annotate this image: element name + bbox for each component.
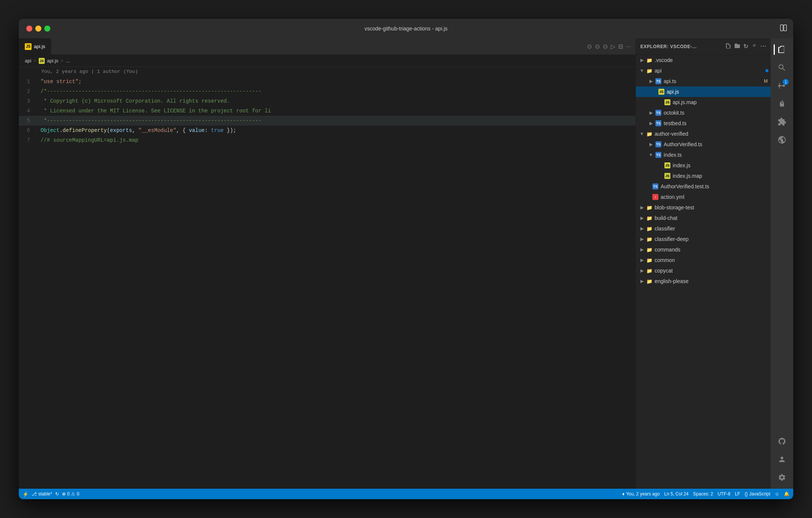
sync-icon[interactable]: ⊙ xyxy=(603,43,608,50)
status-notifications[interactable]: 🔔 xyxy=(784,491,789,497)
expand-ts-icon: ▶ xyxy=(648,79,654,84)
tab-bar: JS api.js ⊙ ⊙ ⊙ ▷ ⊟ ··· xyxy=(19,38,635,55)
activity-search[interactable] xyxy=(774,59,790,76)
sidebar-header-actions: ↻ ··· xyxy=(725,43,766,50)
go-forward-icon[interactable]: ⊙ xyxy=(595,43,600,50)
chevron-down-icon: ▼ xyxy=(639,68,645,73)
tree-item-classifier-deep[interactable]: ▶ 📁 classifier-deep xyxy=(636,234,771,244)
status-spaces[interactable]: Spaces: 2 xyxy=(693,491,713,497)
tab-api-js[interactable]: JS api.js xyxy=(19,38,51,55)
activity-source-control[interactable]: 1 xyxy=(774,77,790,94)
chevron-right-icon: ▶ xyxy=(639,205,645,210)
tree-item-index-js[interactable]: ▶ JS index.js xyxy=(636,160,771,171)
tree-item-testbed[interactable]: ▶ TS testbed.ts xyxy=(636,118,771,129)
code-editor[interactable]: You, 2 years ago | 1 author (You) 1 "use… xyxy=(19,67,635,489)
tree-item-api-ts[interactable]: ▶ TS api.ts M xyxy=(636,76,771,86)
activity-explorer[interactable] xyxy=(774,41,790,58)
new-file-icon[interactable] xyxy=(725,43,731,50)
split-editor-icon[interactable]: ⊟ xyxy=(618,43,623,50)
more-sidebar-icon[interactable]: ··· xyxy=(761,43,766,50)
status-line-col[interactable]: Ln 5, Col 24 xyxy=(664,491,689,497)
sidebar: EXPLORER: VSCODE-... ↻ ··· xyxy=(635,38,771,489)
status-bar: ⚡ ⎇ stable* ↻ ⊗ 0 ⚠ 0 ♦ You, 2 years ago xyxy=(19,489,793,499)
js-file-icon: JS xyxy=(664,162,670,168)
tree-item-build-chat[interactable]: ▶ 📁 build-chat xyxy=(636,213,771,223)
activity-account[interactable] xyxy=(774,451,790,468)
tree-item-vscode[interactable]: ▶ 📁 .vscode xyxy=(636,55,771,65)
tree-item-api-js-map[interactable]: ▶ JS api.js.map xyxy=(636,97,771,108)
new-folder-icon[interactable] xyxy=(734,43,740,50)
ts-file-icon: TS xyxy=(655,110,661,116)
breadcrumb-more[interactable]: ... xyxy=(66,58,70,64)
code-line: 2 /*------------------------------------… xyxy=(19,86,635,96)
tree-item-blob-storage[interactable]: ▶ 📁 blob-storage-test xyxy=(636,202,771,213)
tree-item-classifier[interactable]: ▶ 📁 classifier xyxy=(636,223,771,234)
chevron-down-icon: ▼ xyxy=(648,152,654,158)
ts-file-icon: TS xyxy=(655,78,661,84)
code-line: 3 * Copyright (c) Microsoft Corporation.… xyxy=(19,96,635,106)
editor-actions: ⊙ ⊙ ⊙ ▷ ⊟ ··· xyxy=(587,38,635,55)
activity-remote[interactable] xyxy=(774,132,790,148)
tree-item-index-ts[interactable]: ▼ TS index.ts xyxy=(636,150,771,160)
breadcrumb-api[interactable]: api xyxy=(25,58,31,64)
ts-file-icon: TS xyxy=(655,141,661,147)
status-sync[interactable]: ↻ xyxy=(55,491,59,497)
code-line: 6 Object.defineProperty(exports, "__esMo… xyxy=(19,126,635,135)
source-control-badge: 1 xyxy=(783,79,789,85)
tree-item-author-verified[interactable]: ▼ 📁 author-verified xyxy=(636,129,771,139)
status-blame[interactable]: ♦ You, 2 years ago xyxy=(622,491,660,497)
status-branch[interactable]: ⎇ stable* xyxy=(32,491,52,497)
tree-item-commands[interactable]: ▶ 📁 commands xyxy=(636,244,771,255)
js-file-icon: JS xyxy=(664,99,670,105)
git-blame: You, 2 years ago | 1 author (You) xyxy=(19,67,635,77)
tree-item-api-js[interactable]: ▶ JS api.js xyxy=(636,86,771,97)
chevron-right-icon: ▶ xyxy=(639,236,645,242)
chevron-right-icon: ▶ xyxy=(648,142,654,147)
tree-item-api[interactable]: ▼ 📁 api xyxy=(636,65,771,76)
chevron-right-icon: ▶ xyxy=(639,247,645,252)
modified-badge xyxy=(765,69,768,72)
status-encoding[interactable]: UTF-8 xyxy=(718,491,730,497)
modified-m-badge: M xyxy=(764,79,768,84)
maximize-button[interactable] xyxy=(44,26,50,32)
activity-extensions[interactable] xyxy=(774,114,790,130)
activity-run[interactable] xyxy=(774,95,790,112)
file-tree: ▶ 📁 .vscode ▼ 📁 api ▶ TS xyxy=(636,55,771,489)
tree-item-av-test[interactable]: ▶ TS AuthorVerified.test.ts xyxy=(636,181,771,192)
activity-bar: 1 xyxy=(771,38,793,489)
ts-file-icon: TS xyxy=(655,120,661,126)
more-actions-icon[interactable]: ··· xyxy=(626,43,631,50)
activity-settings[interactable] xyxy=(774,469,790,486)
run-icon[interactable]: ▷ xyxy=(611,43,615,50)
traffic-lights xyxy=(19,26,50,32)
chevron-right-icon: ▶ xyxy=(648,110,654,115)
status-line-ending[interactable]: LF xyxy=(735,491,740,497)
tree-item-index-js-map[interactable]: ▶ JS index.js.map xyxy=(636,171,771,181)
go-back-icon[interactable]: ⊙ xyxy=(587,43,592,50)
status-errors[interactable]: ⊗ 0 ⚠ 0 xyxy=(62,491,79,497)
tree-item-english-please[interactable]: ▶ 📁 english-please xyxy=(636,276,771,286)
tree-item-authorverified-ts[interactable]: ▶ TS AuthorVerified.ts xyxy=(636,139,771,150)
svg-rect-1 xyxy=(784,25,786,31)
collapse-all-icon[interactable] xyxy=(752,43,758,50)
status-language[interactable]: {} JavaScript xyxy=(745,491,770,497)
breadcrumb: api > JS api.js > ... xyxy=(19,55,635,67)
svg-rect-0 xyxy=(780,25,783,31)
tree-item-action-yml[interactable]: ▶ ! action.yml xyxy=(636,192,771,202)
chevron-right-icon: ▶ xyxy=(639,215,645,221)
status-feedback[interactable]: ☺ xyxy=(775,491,779,497)
layout-icon[interactable] xyxy=(780,24,787,33)
window-title: vscode-github-triage-actions - api.js xyxy=(365,26,448,32)
tree-item-octokit[interactable]: ▶ TS octokit.ts xyxy=(636,108,771,118)
js-file-icon: JS xyxy=(25,43,32,50)
js-file-icon: JS xyxy=(658,89,664,95)
code-line: 7 //# sourceMappingURL=api.js.map xyxy=(19,135,635,145)
ts-file-icon: TS xyxy=(652,183,658,189)
tree-item-copycat[interactable]: ▶ 📁 copycat xyxy=(636,265,771,276)
status-remote[interactable]: ⚡ xyxy=(23,491,29,497)
refresh-icon[interactable]: ↻ xyxy=(743,43,749,50)
close-button[interactable] xyxy=(26,26,32,32)
tree-item-common[interactable]: ▶ 📁 common xyxy=(636,255,771,265)
activity-github[interactable] xyxy=(774,433,790,450)
minimize-button[interactable] xyxy=(35,26,41,32)
